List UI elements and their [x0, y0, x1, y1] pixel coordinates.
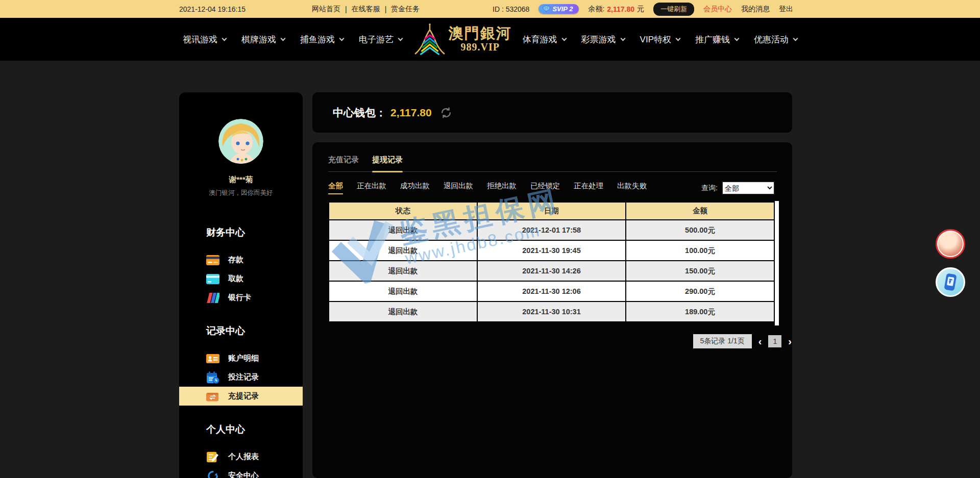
chevron-down-icon [222, 36, 227, 41]
sidebar-menu: 财务中心 存款 取款 银行卡 记录中心 账户明细 [179, 226, 303, 478]
wallet-record-icon [206, 390, 219, 402]
logout-link[interactable]: 登出 [779, 5, 793, 14]
sidebar-item-personal-report[interactable]: 个人报表 [179, 447, 303, 466]
page-number[interactable]: 1 [768, 335, 781, 347]
nav-item-label: 捕鱼游戏 [300, 34, 335, 45]
wallet-card: 中心钱包： 2,117.80 [312, 92, 792, 133]
nav-item-live-games[interactable]: 视讯游戏 [183, 34, 226, 45]
filter-processing[interactable]: 正在处理 [574, 181, 603, 194]
nav-item-fishing-games[interactable]: 捕鱼游戏 [300, 34, 344, 45]
chevron-down-icon [620, 36, 625, 41]
section-title-personal: 个人中心 [206, 423, 303, 436]
section-title-finance: 财务中心 [206, 226, 303, 239]
filter-success[interactable]: 成功出款 [400, 181, 430, 194]
logo-title: 澳門銀河 [449, 26, 512, 41]
site-logo[interactable]: 澳門銀河 989.VIP [413, 23, 512, 55]
cell-amount: 189.00元 [626, 301, 774, 322]
table-header-row: 状态 日期 金额 [329, 202, 774, 220]
nav-item-lottery[interactable]: 彩票游戏 [581, 34, 625, 45]
app-download-button[interactable] [936, 267, 965, 297]
withdraw-card-icon [206, 273, 219, 285]
filter-locked[interactable]: 已经锁定 [530, 181, 560, 194]
balance: 余额: 2,117.80 元 [588, 5, 644, 14]
sidebar-item-deposit-withdraw-record[interactable]: 充提记录 [179, 387, 303, 406]
diamond-icon [543, 6, 550, 12]
balance-value: 2,117.80 [607, 5, 634, 13]
nav-item-label: 彩票游戏 [581, 34, 616, 45]
prev-page-arrow[interactable]: ‹ [758, 336, 762, 346]
member-center-link[interactable]: 会员中心 [703, 5, 732, 14]
chevron-down-icon [793, 36, 798, 41]
logo-text: 澳門銀河 989.VIP [449, 26, 512, 53]
refresh-icon[interactable] [440, 107, 452, 119]
vip-badge-label: SVIP 2 [552, 5, 573, 13]
col-header-status: 状态 [329, 202, 477, 220]
sidebar-item-bet-record[interactable]: 投注记录 [179, 368, 303, 387]
col-header-date: 日期 [477, 202, 626, 220]
sidebar-item-account-detail[interactable]: 账户明细 [179, 349, 303, 368]
filter-rejected[interactable]: 拒绝出款 [487, 181, 517, 194]
tab-deposit-records[interactable]: 充值记录 [328, 155, 359, 171]
cell-date: 2021-11-30 12:06 [477, 281, 626, 301]
link-customer-service[interactable]: 在线客服 [352, 5, 380, 14]
withdraw-records-table: 状态 日期 金额 退回出款 2021-12-01 17:58 500.00元 退… [328, 202, 775, 322]
sidebar-item-security-center[interactable]: 安全中心 [179, 466, 303, 478]
main-nav: 视讯游戏 棋牌游戏 捕鱼游戏 电子游艺 澳門銀河 989. [0, 18, 980, 61]
filter-returned[interactable]: 退回出款 [444, 181, 473, 194]
sidebar-item-label: 安全中心 [228, 471, 259, 478]
nav-item-label: 体育游戏 [523, 34, 557, 45]
sidebar-item-label: 存款 [228, 255, 243, 265]
table-row: 退回出款 2021-11-30 12:06 290.00元 [329, 281, 774, 301]
query-select[interactable]: 全部 [722, 181, 775, 195]
chevron-down-icon [398, 36, 403, 41]
filter-all[interactable]: 全部 [328, 181, 343, 194]
cell-status: 退回出款 [329, 240, 477, 261]
vip-badge: SVIP 2 [538, 4, 579, 14]
cell-date: 2021-12-01 17:58 [477, 220, 626, 240]
bank-cards-icon [206, 292, 219, 304]
filter-failed[interactable]: 出款失败 [617, 181, 647, 194]
nav-item-vip[interactable]: VIP特权 [640, 34, 680, 45]
sidebar-item-bank-card[interactable]: 银行卡 [179, 288, 303, 307]
cell-date: 2021-11-30 10:31 [477, 301, 626, 322]
sidebar: 谢***菊 澳门银河，因你而美好 财务中心 存款 取款 银行卡 记录中心 [179, 92, 303, 478]
security-icon [206, 470, 219, 478]
galaxy-fountain-icon [413, 23, 447, 55]
nav-item-board-games[interactable]: 棋牌游戏 [241, 34, 285, 45]
nav-item-label: 视讯游戏 [183, 34, 217, 45]
nav-item-promotion-earn[interactable]: 推广赚钱 [695, 34, 739, 45]
account-detail-icon [206, 353, 219, 365]
table-row: 退回出款 2021-11-30 10:31 189.00元 [329, 301, 774, 322]
col-header-amount: 金额 [626, 202, 774, 220]
table-scrollbar[interactable] [775, 201, 779, 325]
next-page-arrow[interactable]: › [788, 336, 792, 346]
customer-service-avatar-button[interactable] [936, 229, 965, 259]
sidebar-item-deposit[interactable]: 存款 [179, 250, 303, 269]
sidebar-item-label: 取款 [228, 274, 243, 284]
sidebar-item-label: 投注记录 [228, 372, 259, 382]
nav-item-label: 棋牌游戏 [241, 34, 276, 45]
link-home[interactable]: 网站首页 [312, 5, 340, 14]
report-icon [206, 451, 219, 463]
nav-item-sports[interactable]: 体育游戏 [523, 34, 566, 45]
chevron-down-icon [561, 36, 567, 41]
topbar-links: 网站首页 | 在线客服 | 赏金任务 [312, 5, 420, 14]
my-messages-link[interactable]: 我的消息 [741, 5, 770, 14]
sidebar-item-withdraw[interactable]: 取款 [179, 269, 303, 288]
cell-date: 2021-11-30 14:26 [477, 261, 626, 281]
sidebar-item-label: 个人报表 [228, 452, 259, 462]
cell-amount: 500.00元 [626, 220, 774, 240]
tab-withdraw-records[interactable]: 提现记录 [372, 155, 403, 171]
link-bounty-tasks[interactable]: 赏金任务 [391, 5, 420, 14]
filter-paying[interactable]: 正在出款 [357, 181, 386, 194]
avatar[interactable] [218, 119, 263, 164]
user-tagline: 澳门银河，因你而美好 [179, 189, 303, 197]
link-separator: | [385, 5, 387, 13]
one-key-refresh-button[interactable]: 一键刷新 [653, 3, 694, 16]
nav-item-slot-games[interactable]: 电子游艺 [359, 34, 402, 45]
link-separator: | [345, 5, 347, 13]
nav-right-group: 体育游戏 彩票游戏 VIP特权 推广赚钱 优惠活动 [523, 34, 797, 45]
user-id: ID : 532068 [493, 5, 529, 13]
nav-item-promotions[interactable]: 优惠活动 [754, 34, 797, 45]
cell-status: 退回出款 [329, 281, 477, 301]
